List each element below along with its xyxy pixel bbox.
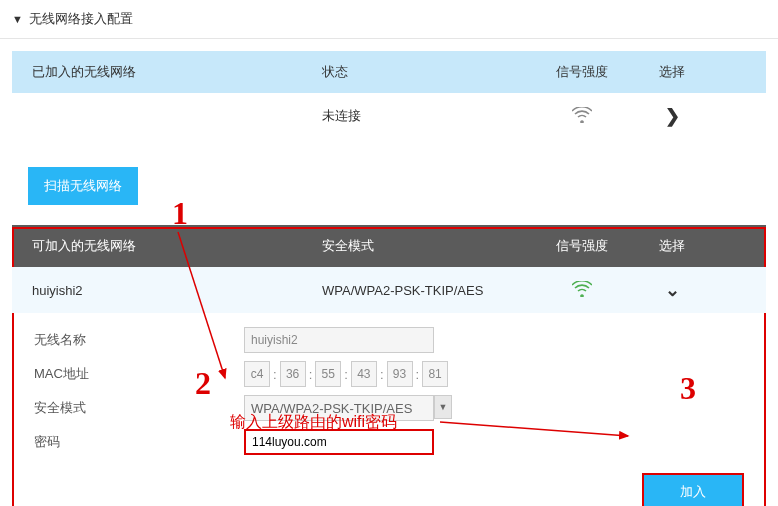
joined-network-row: 未连接 ❯ (12, 93, 766, 139)
network-signal-cell (532, 281, 632, 300)
joined-status-cell: 未连接 (322, 107, 532, 125)
mac-octet-4 (387, 361, 413, 387)
password-input[interactable] (244, 429, 434, 455)
network-expand-cell[interactable]: ⌄ (632, 279, 712, 301)
network-name-cell: huiyishi2 (32, 283, 322, 298)
joined-networks-header: 已加入的无线网络 状态 信号强度 选择 (12, 51, 766, 93)
mac-octet-5 (422, 361, 448, 387)
col-status-header: 状态 (322, 63, 532, 81)
col-name-header: 已加入的无线网络 (32, 63, 322, 81)
wifi-strong-icon (572, 281, 592, 300)
mac-input-group: : : : : : (244, 361, 448, 387)
avail-col-select: 选择 (632, 237, 712, 255)
avail-col-security: 安全模式 (322, 237, 532, 255)
password-label: 密码 (34, 433, 244, 451)
security-label: 安全模式 (34, 399, 244, 417)
joined-signal-cell (532, 107, 632, 126)
mac-label: MAC地址 (34, 365, 244, 383)
mac-octet-0 (244, 361, 270, 387)
mac-octet-1 (280, 361, 306, 387)
mac-octet-2 (315, 361, 341, 387)
col-select-header: 选择 (632, 63, 712, 81)
collapse-arrow-icon: ▼ (12, 13, 23, 25)
chevron-down-icon: ⌄ (665, 279, 680, 301)
available-networks-header: 可加入的无线网络 安全模式 信号强度 选择 (12, 225, 766, 267)
joined-select-cell[interactable]: ❯ (632, 105, 712, 127)
section-title: 无线网络接入配置 (29, 10, 133, 28)
network-config-form: 无线名称 MAC地址 : : : : : 安全模式 WPA/WPA2-PSK-T… (12, 313, 766, 506)
available-network-row[interactable]: huiyishi2 WPA/WPA2-PSK-TKIP/AES ⌄ (12, 267, 766, 313)
security-select[interactable]: WPA/WPA2-PSK-TKIP/AES (244, 395, 434, 421)
ssid-input (244, 327, 434, 353)
avail-col-signal: 信号强度 (532, 237, 632, 255)
chevron-right-icon: ❯ (665, 105, 680, 127)
security-selected-value: WPA/WPA2-PSK-TKIP/AES (251, 401, 412, 416)
network-security-cell: WPA/WPA2-PSK-TKIP/AES (322, 283, 532, 298)
col-signal-header: 信号强度 (532, 63, 632, 81)
join-button[interactable]: 加入 (642, 473, 744, 506)
ssid-label: 无线名称 (34, 331, 244, 349)
scan-networks-button[interactable]: 扫描无线网络 (28, 167, 138, 205)
mac-octet-3 (351, 361, 377, 387)
avail-col-name: 可加入的无线网络 (32, 237, 322, 255)
wifi-icon (572, 107, 592, 126)
section-header[interactable]: ▼ 无线网络接入配置 (0, 0, 778, 39)
select-dropdown-icon: ▼ (434, 395, 452, 419)
